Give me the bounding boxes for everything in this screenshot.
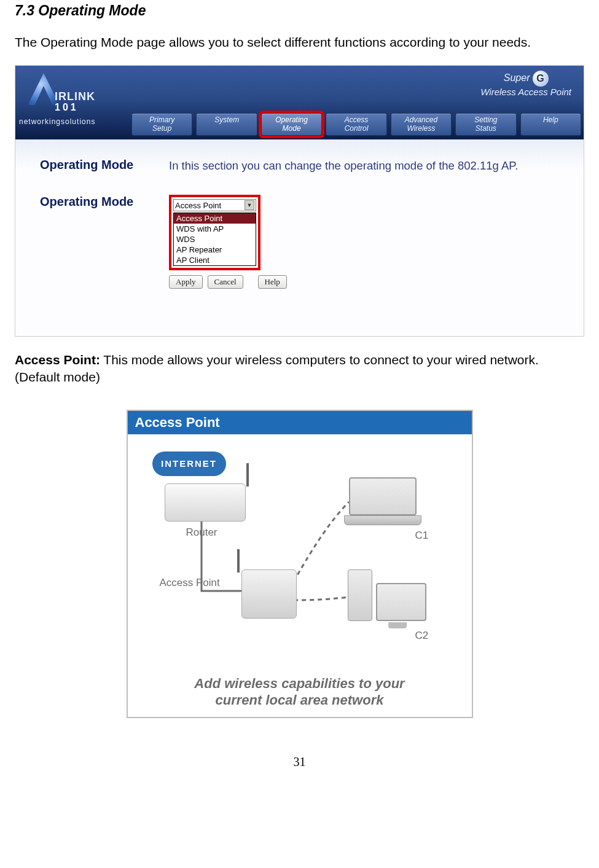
cancel-button[interactable]: Cancel	[208, 275, 243, 289]
apply-button[interactable]: Apply	[169, 275, 203, 289]
nav-primary[interactable]: PrimarySetup	[131, 113, 192, 136]
nav-access[interactable]: AccessControl	[326, 113, 386, 136]
diagram-title: Access Point	[128, 411, 472, 434]
access-point-diagram: Access Point INTERNET Router Access Poin…	[127, 410, 473, 718]
operating-mode-label: Operating Mode	[40, 158, 169, 172]
c2-label: C2	[415, 630, 429, 642]
operating-mode-select[interactable]: Access Point ▼	[173, 199, 256, 211]
option-access-point[interactable]: Access Point	[174, 213, 256, 224]
operating-mode-description: In this section you can change the opera…	[169, 158, 559, 173]
product-title: SuperG Wireless Access Point	[480, 71, 571, 97]
laptop-c1-icon	[349, 477, 417, 525]
router-label: Router	[186, 526, 217, 539]
nav-system[interactable]: System	[196, 113, 257, 136]
option-wds[interactable]: WDS	[174, 234, 256, 244]
option-ap-client[interactable]: AP Client	[174, 255, 256, 265]
nav-operating[interactable]: OperatingMode	[261, 113, 322, 136]
nav-advanced[interactable]: AdvancedWireless	[391, 113, 452, 136]
nav-help[interactable]: Help	[520, 113, 581, 136]
option-wds-with-ap[interactable]: WDS with AP	[174, 224, 256, 234]
admin-ui-screenshot: IRLINK 101 networkingsolutions SuperG Wi…	[15, 65, 584, 337]
intro-paragraph: The Operating Mode page allows you to se…	[15, 34, 584, 50]
router-icon	[165, 483, 246, 522]
dropdown-arrow-icon[interactable]: ▼	[245, 200, 254, 210]
option-ap-repeater[interactable]: AP Repeater	[174, 244, 256, 255]
nav-setting[interactable]: SettingStatus	[455, 113, 516, 136]
access-point-icon	[241, 569, 297, 619]
section-heading: 7.3 Operating Mode	[15, 2, 584, 19]
select-current-value: Access Point	[175, 201, 221, 210]
internet-badge: INTERNET	[152, 452, 226, 476]
access-point-label: Access Point	[160, 577, 220, 589]
operating-mode-select-highlight: Access Point ▼ Access PointWDS with APWD…	[169, 195, 260, 270]
diagram-caption: Add wireless capabilities to your curren…	[128, 676, 472, 708]
operating-mode-option-list: Access PointWDS with APWDSAP RepeaterAP …	[173, 213, 256, 266]
help-button[interactable]: Help	[258, 275, 287, 289]
access-point-term: Access Point:	[15, 353, 100, 367]
c1-label: C1	[415, 530, 429, 542]
access-point-paragraph: Access Point: This mode allows your wire…	[15, 351, 584, 385]
operating-mode-label-2: Operating Mode	[40, 195, 169, 209]
pc-c2-icon	[348, 569, 426, 628]
page-number: 31	[15, 755, 584, 769]
